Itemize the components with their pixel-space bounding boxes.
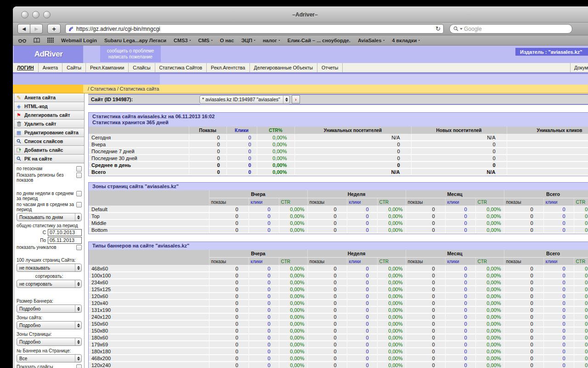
row-label: 150x60 bbox=[89, 320, 209, 327]
summary-column-header: Уникальных посетителей bbox=[294, 126, 411, 134]
bookmark-item[interactable]: О нас bbox=[220, 38, 234, 43]
bookmarks-book-icon[interactable] bbox=[34, 38, 40, 43]
bookmark-item[interactable]: ЭЦП▪ bbox=[241, 38, 255, 43]
nav-documentation-link[interactable]: Документация bbox=[570, 63, 588, 72]
nav-tab[interactable]: Делегированные Объекты bbox=[250, 63, 317, 72]
data-cell: 0,00% bbox=[377, 299, 406, 306]
data-cell: 0 bbox=[249, 313, 279, 320]
sidebar-action[interactable]: Добавить слайс bbox=[14, 146, 84, 155]
search-field[interactable]: Google bbox=[449, 24, 572, 34]
page-zones-select[interactable]: Подробно bbox=[17, 338, 82, 346]
bookmark-item[interactable]: 4 вкладки▪ bbox=[392, 38, 420, 43]
sidebar-action-label: Добавить слайс bbox=[24, 147, 63, 153]
top-sites-grid-icon[interactable] bbox=[47, 38, 54, 43]
minimize-window-button[interactable] bbox=[32, 11, 40, 18]
hours-checkbox[interactable] bbox=[76, 202, 82, 207]
period-mode-select[interactable]: Показывать по дням bbox=[17, 213, 82, 221]
nav-tab[interactable]: Статистика Сайтов bbox=[155, 63, 207, 72]
sort-select[interactable]: не сортировать bbox=[17, 280, 82, 288]
nav-tab[interactable]: Анкета bbox=[39, 63, 63, 72]
top-pages-select[interactable]: не показывать bbox=[17, 264, 82, 272]
bookmark-item[interactable]: Subaru Lega...ару Легаси bbox=[104, 38, 166, 43]
sidebar-action[interactable]: ▦Редактирование сайта bbox=[14, 128, 84, 137]
sidebar-action[interactable]: Список слайсов bbox=[14, 137, 84, 146]
site-select[interactable]: * aviasales.kz ID:194987 "aviasales" bbox=[199, 95, 290, 104]
bookmark-item[interactable]: Webmail Login bbox=[61, 38, 97, 43]
data-cell: 0 bbox=[209, 286, 249, 293]
uniques-label: показать уникалов bbox=[17, 245, 75, 250]
data-cell: 0 bbox=[249, 334, 279, 341]
bookmark-item[interactable]: AviaSales▪ bbox=[358, 38, 384, 43]
sidebar-action[interactable]: ✎Анкета сайта bbox=[14, 93, 84, 102]
sidebar-action[interactable]: ◈HTML-код bbox=[14, 102, 84, 111]
data-cell: 0,00% bbox=[475, 213, 504, 219]
write-wish-link[interactable]: написать пожелание bbox=[108, 54, 153, 60]
nav-tab[interactable]: ЛОГИН bbox=[13, 63, 39, 72]
reader-glasses-icon[interactable] bbox=[18, 38, 26, 43]
data-cell: 0 bbox=[307, 293, 347, 299]
sidebar-action[interactable]: ⚑Делегировать сайт bbox=[14, 111, 84, 120]
site-select-label: Сайт (ID 194987): bbox=[88, 97, 199, 102]
summary-cell: 0 bbox=[507, 161, 588, 168]
summary-row: Последние 7 дней000,00%000 bbox=[89, 148, 588, 155]
site-zones-select[interactable]: Подробно bbox=[17, 321, 82, 329]
reload-icon[interactable]: ↻ bbox=[435, 26, 441, 32]
table-row: Default000,00%000,00%000,00%000,00% bbox=[89, 206, 588, 213]
data-cell: 0 bbox=[504, 299, 543, 306]
nav-tab[interactable]: Рекл.Агентства bbox=[207, 63, 249, 72]
summary-cell: 0 bbox=[294, 155, 411, 161]
subcolumn-header: клики bbox=[249, 198, 279, 206]
banner-size-value: Подробно bbox=[19, 306, 75, 311]
sidebar-action[interactable]: Удалить сайт bbox=[14, 120, 84, 128]
lavender-band bbox=[13, 74, 588, 85]
uniques-checkbox[interactable] bbox=[76, 245, 82, 250]
date-from-input[interactable]: 07.10.2013 bbox=[48, 229, 82, 236]
nav-tab[interactable]: Сайты bbox=[62, 63, 86, 72]
data-cell: 0,00% bbox=[279, 213, 307, 219]
close-window-button[interactable] bbox=[21, 11, 28, 18]
banner-num-select[interactable]: Все bbox=[17, 354, 82, 362]
data-cell: 0,00% bbox=[377, 362, 406, 368]
banner-size-select[interactable]: Подробно bbox=[17, 305, 82, 313]
regions-checkbox[interactable] bbox=[76, 172, 82, 178]
folder-indicator-icon: ▪ bbox=[211, 38, 213, 42]
back-button[interactable]: ◀ bbox=[17, 24, 30, 34]
report-problem-link[interactable]: сообщить о проблеме bbox=[107, 48, 154, 54]
page-zones-label: Зоны Страницы: bbox=[17, 332, 82, 337]
summary-cell: 0 bbox=[226, 168, 257, 175]
date-to-input[interactable]: 05.11.2013 bbox=[48, 237, 82, 244]
sidebar-action[interactable]: РК на сайте bbox=[14, 155, 84, 163]
nav-tab[interactable]: Рекл.Кампании bbox=[86, 63, 129, 72]
bookmark-item[interactable]: налог▪ bbox=[263, 38, 280, 43]
go-button[interactable]: › bbox=[292, 95, 300, 104]
zoom-window-button[interactable] bbox=[43, 11, 51, 18]
bookmark-item[interactable]: CMS▪ bbox=[198, 38, 213, 43]
forward-button[interactable]: ▶ bbox=[30, 24, 43, 34]
bookmark-label: 4 вкладки bbox=[392, 38, 417, 43]
nav-tab[interactable]: Отчеты bbox=[317, 63, 343, 72]
address-bar[interactable]: https://gz.adriver.ru/cgi-bin/mngcgi ↻ bbox=[65, 24, 444, 34]
row-label: Middle bbox=[89, 219, 209, 226]
bookmark-label: Webmail Login bbox=[61, 38, 97, 43]
data-cell: 0,00% bbox=[377, 265, 406, 272]
summary-title-line1: Статистика сайта aviasales.kz на 06.11.2… bbox=[92, 114, 588, 120]
search-engine-chevron-icon[interactable] bbox=[460, 28, 463, 30]
banner-num-value: Все bbox=[19, 356, 75, 361]
titlebar[interactable]: –Adriver– bbox=[13, 7, 588, 23]
adriver-logo[interactable]: AdRiver bbox=[34, 50, 63, 59]
nav-tab[interactable]: Слайсы bbox=[129, 63, 155, 72]
data-cell: 0 bbox=[504, 362, 543, 368]
data-cell: 0 bbox=[406, 226, 445, 233]
data-cell: 0 bbox=[406, 213, 445, 219]
data-cell: 0 bbox=[209, 226, 249, 233]
data-cell: 0,00% bbox=[475, 265, 504, 272]
new-tab-button[interactable]: + bbox=[47, 24, 61, 34]
geo-zones-checkbox[interactable] bbox=[76, 166, 82, 172]
slices-checkbox[interactable] bbox=[76, 364, 82, 368]
bookmark-item[interactable]: Елик-Сай – ... сноуборде. bbox=[288, 38, 351, 43]
bookmark-item[interactable]: CMS3▪ bbox=[174, 38, 191, 43]
data-cell: 0 bbox=[543, 348, 574, 355]
data-cell: 0 bbox=[307, 286, 347, 293]
weekdays-checkbox[interactable] bbox=[76, 191, 82, 196]
data-cell: 0,00% bbox=[475, 348, 504, 355]
